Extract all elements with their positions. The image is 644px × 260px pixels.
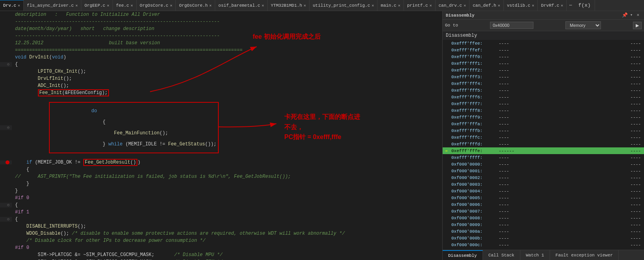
disassembly-row: 0xefff'fff2:-------- (443, 67, 644, 73)
disassembly-row: 0xf000'0003:-------- (443, 181, 644, 188)
bottom-tab-fault[interactable]: Fault exception viewer (550, 250, 619, 260)
code-line: ----------------------------------------… (0, 18, 442, 25)
tab-close-printf[interactable]: ✕ (430, 3, 432, 8)
line-text: /* Disable clock for other IPs to decrea… (12, 238, 206, 243)
dis-value: ---- (612, 162, 644, 167)
tab-orgoscore-h[interactable]: OrgOsCore.h ✕ (176, 0, 215, 11)
tab-osif[interactable]: osif_baremetal.c ✕ (215, 0, 268, 11)
dis-value: ---- (612, 95, 644, 100)
tab-ytm[interactable]: YTM32B1MD1.h ✕ (268, 0, 310, 11)
tab-overflow[interactable]: ⋯ (567, 2, 574, 8)
dis-instruction: ---- (497, 196, 612, 200)
code-line: ADC_Init(); (0, 82, 442, 89)
dis-address: 0xefff'fff3: (450, 75, 497, 79)
dis-instruction: ---- (497, 41, 612, 46)
bottom-tab-disassembly[interactable]: Disassembly (443, 250, 483, 260)
tab-close-vstdlib[interactable]: ✕ (532, 3, 534, 8)
dis-value: ---- (612, 229, 644, 234)
disassembly-row: 0xf000'000b:-------- (443, 235, 644, 241)
disassembly-row: 0xefff'ffef:-------- (443, 47, 644, 53)
tab-orgoscore-c[interactable]: OrgOsCore.c ✕ (137, 0, 176, 11)
tab-can-drv[interactable]: can_drv.c ✕ (436, 0, 469, 11)
dis-address: 0xefff'ffef: (450, 48, 497, 53)
close-icon[interactable]: ✕ (635, 12, 641, 18)
code-line: DISABLE_INTERRUPTS(); (0, 223, 442, 230)
tab-drv-c[interactable]: Drv.c ✕ (0, 0, 24, 11)
dis-value: ---- (612, 115, 644, 120)
tab-close-can-drv[interactable]: ✕ (464, 3, 466, 8)
disassembly-row: 0xf000'0002:-------- (443, 174, 644, 181)
memory-select[interactable]: Memory Register Flash (565, 21, 601, 29)
disassembly-row: 0xefff'fff5:-------- (443, 87, 644, 94)
line-text: 12.25.2012 built base version (12, 40, 160, 46)
tab-close-orgeep[interactable]: ✕ (107, 3, 109, 8)
disassembly-table[interactable]: 0xefff'ffee:--------0xefff'ffef:--------… (443, 40, 644, 250)
tab-vstdlib[interactable]: vstdlib.c ✕ (504, 0, 538, 11)
tab-drvrf[interactable]: DrvRf.c ✕ (538, 0, 567, 11)
disassembly-row: 0xefff'fff1:-------- (443, 60, 644, 67)
tab-fee[interactable]: fee.c ✕ (113, 0, 137, 11)
tab-fls[interactable]: fls_async_driver.c ✕ (24, 0, 81, 11)
dis-address: 0xefff'ffee: (450, 41, 497, 46)
line-text: { (12, 202, 18, 208)
fold-marker-do[interactable]: ⊖ (7, 125, 9, 130)
dis-value: ---- (612, 122, 644, 126)
dis-value: ---- (612, 182, 644, 187)
dis-instruction: ---- (497, 216, 612, 220)
tab-close-osif[interactable]: ✕ (262, 3, 264, 8)
tab-close-drvrf[interactable]: ✕ (561, 3, 563, 8)
tab-close-orgoscore-h[interactable]: ✕ (209, 3, 212, 8)
code-line: ⊖ { (0, 216, 442, 223)
dis-instruction: ---- (497, 236, 612, 241)
pin-icon[interactable]: 📌 (622, 12, 628, 18)
tab-printf[interactable]: printf.c ✕ (404, 0, 436, 11)
tab-can-def[interactable]: can_def.h ✕ (469, 0, 503, 11)
tab-close-utility[interactable]: ✕ (372, 3, 374, 8)
disassembly-row: 0xf000'0000:-------- (443, 161, 644, 168)
dis-instruction: ---- (497, 55, 612, 59)
tab-orgeep[interactable]: OrgEEP.c ✕ (81, 0, 113, 11)
dis-instruction: ---- (497, 189, 612, 194)
dis-value: ---- (612, 128, 644, 133)
disassembly-row: ⇒0xefff'fffe:---------- (443, 147, 644, 154)
bottom-tab-watch[interactable]: Watch 1 (520, 250, 550, 260)
fee-init-line: Fee_Init(&FEEGenConfig); (0, 89, 442, 96)
tab-label-osif: osif_baremetal.c (218, 3, 260, 8)
disassembly-row: 0xefff'fff9:-------- (443, 114, 644, 121)
dis-value: ---- (612, 189, 644, 194)
tab-close-can-def[interactable]: ✕ (498, 3, 500, 8)
tab-label-main: main.c (381, 3, 396, 8)
fold-marker[interactable]: ⊖ (7, 62, 9, 67)
tab-extra[interactable]: f(x) (575, 0, 595, 11)
tab-main[interactable]: main.c ✕ (377, 0, 404, 11)
dis-instruction: ---- (497, 209, 612, 214)
disassembly-row: 0xefff'fff7:-------- (443, 100, 644, 107)
dis-value: ---- (612, 55, 644, 59)
fold-marker-if0[interactable]: ⊖ (7, 203, 9, 207)
tab-close-ytm[interactable]: ✕ (304, 3, 306, 8)
line-text: SIM->PLATCGC &= ~SIM_PLATCGC_CGCMPU_MASK… (12, 252, 223, 258)
code-line: #if 0 (0, 194, 442, 202)
code-scroll[interactable]: fee 初始化调用完成之后 卡死在这里，下面的断点进不去，PC指针 = 0xef… (0, 11, 442, 260)
dis-address: 0xefff'fffb: (450, 128, 497, 133)
dis-instruction: ---- (497, 48, 612, 53)
line-text: #if 0 (12, 245, 29, 251)
dis-address: 0xf000'0005: (450, 196, 497, 200)
bottom-tab-callstack[interactable]: Call Stack (483, 250, 520, 260)
disassembly-row: 0xf000'0001:-------- (443, 168, 644, 174)
fold-marker-if1[interactable]: ⊖ (7, 217, 9, 222)
minimize-icon[interactable]: ▾ (629, 12, 635, 18)
tab-utility[interactable]: utility_print_config.c ✕ (310, 0, 377, 11)
dis-value: ---- (612, 41, 644, 46)
tab-close-main[interactable]: ✕ (398, 3, 400, 8)
dis-address: 0xf000'0001: (450, 169, 497, 173)
tab-close-fee[interactable]: ✕ (131, 3, 133, 8)
tab-close-orgoscore-c[interactable]: ✕ (170, 3, 172, 8)
tab-close-fls[interactable]: ✕ (75, 3, 78, 8)
breakpoint-indicator (6, 160, 9, 164)
dis-instruction: ---- (497, 182, 612, 187)
goto-input[interactable] (490, 22, 533, 29)
tab-close-drv-c[interactable]: ✕ (18, 3, 20, 8)
goto-button[interactable]: ▶ (633, 22, 642, 29)
disassembly-row: 0xefff'fff0:-------- (443, 53, 644, 60)
